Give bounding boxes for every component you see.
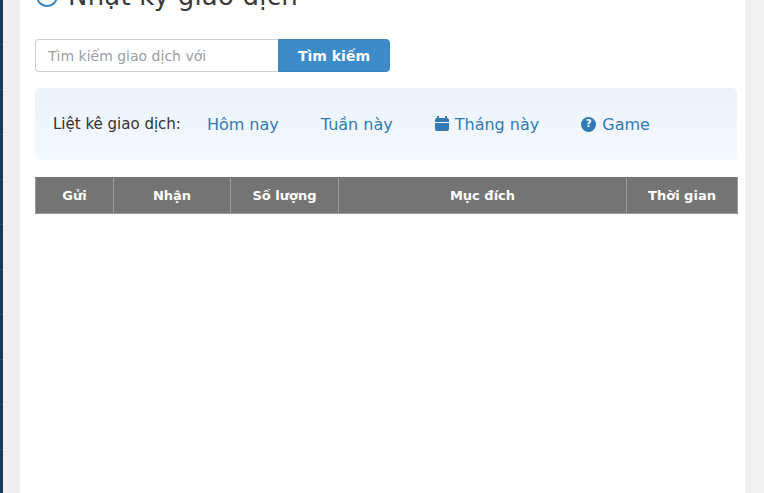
filter-link-this-month[interactable]: Tháng này (435, 115, 540, 134)
question-circle-icon: ? (581, 117, 596, 132)
column-header-purpose: Mục đích (339, 178, 627, 214)
search-input[interactable] (35, 39, 278, 72)
filter-bar: Liệt kê giao dịch: Hôm nay Tuần này Thán… (35, 88, 737, 160)
filter-link-this-week[interactable]: Tuần này (321, 115, 393, 134)
filter-links: Hôm nay Tuần này Tháng này ? Game (207, 115, 692, 134)
transactions-table: Gửi Nhận Số lượng Mục đích Thời gian (35, 177, 738, 214)
history-clock-icon (36, 0, 58, 7)
table-header-row: Gửi Nhận Số lượng Mục đích Thời gian (36, 178, 738, 214)
scrollbar-track[interactable] (745, 0, 764, 493)
filter-link-game[interactable]: ? Game (581, 115, 650, 134)
filter-link-this-month-label: Tháng này (455, 115, 540, 134)
column-header-time: Thời gian (627, 178, 738, 214)
search-button[interactable]: Tìm kiếm (278, 39, 390, 72)
column-header-amount: Số lượng (231, 178, 339, 214)
filter-link-this-week-label: Tuần này (321, 115, 393, 134)
filter-link-game-label: Game (602, 115, 650, 134)
filter-link-today-label: Hôm nay (207, 115, 279, 134)
calendar-icon (435, 118, 449, 131)
page-title: Nhật ký giao dịch (36, 0, 298, 13)
filter-label: Liệt kê giao dịch: (53, 115, 181, 133)
content-gutter (3, 0, 20, 493)
search-group: Tìm kiếm (35, 39, 390, 72)
page-title-text: Nhật ký giao dịch (68, 0, 298, 11)
column-header-receiver: Nhận (114, 178, 231, 214)
filter-link-today[interactable]: Hôm nay (207, 115, 279, 134)
column-header-sender: Gửi (36, 178, 114, 214)
